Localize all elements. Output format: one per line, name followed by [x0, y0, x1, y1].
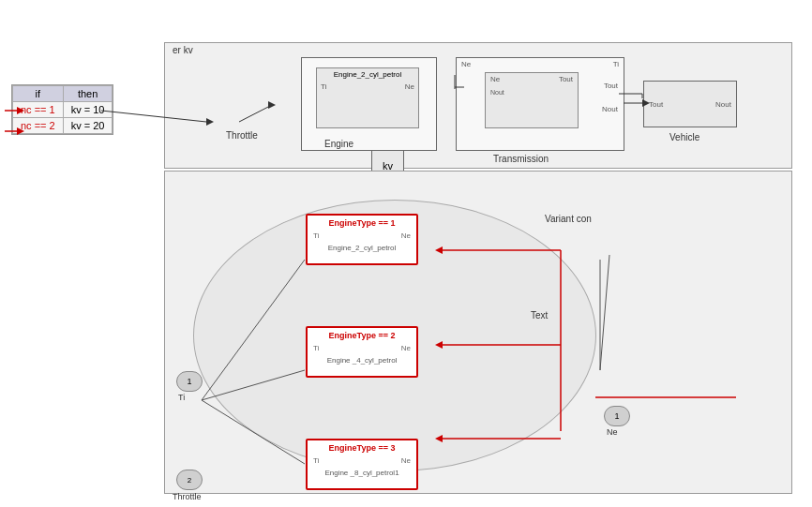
variant-block-3[interactable]: EngineType == 3 Ti Ne Engine _8_cyl_petr… — [306, 439, 418, 490]
transmission-inner: Ne Tout Nout — [485, 72, 579, 128]
vb1-ti: Ti — [313, 231, 319, 240]
port-throttle-label: Throttle — [173, 492, 202, 501]
trans-inner-ne: Ne — [490, 75, 500, 83]
vehicle-nout-out: Nout — [715, 100, 731, 109]
vehicle-block[interactable]: Tout Nout — [643, 81, 737, 127]
vb3-ti: Ti — [313, 456, 319, 465]
variant-block-2-ports: Ti Ne — [308, 342, 416, 354]
variant-block-2-name: Engine _4_cyl_petrol — [308, 356, 416, 365]
engine-ti-port: Ti — [321, 82, 326, 91]
port-ti: 1 — [176, 371, 203, 392]
tout-right: Tout — [604, 82, 618, 90]
variant-block-3-name: Engine _8_cyl_petrol1 — [308, 469, 416, 477]
top-panel: er kv kv Throttle Engine_2_cyl_petrol Ti… — [164, 42, 792, 169]
trans-ne-in: Ne — [461, 60, 471, 68]
row1-col1: nc == 1 — [13, 102, 64, 118]
variant-block-2[interactable]: EngineType == 2 Ti Ne Engine _4_cyl_petr… — [306, 326, 418, 378]
engine-sub-label: Engine_2_cyl_petrol — [317, 70, 418, 79]
vb2-ti: Ti — [313, 344, 319, 352]
vehicle-tout-in: Tout — [649, 100, 663, 109]
row2-col1: nc == 2 — [13, 118, 64, 134]
main-container: if then nc == 1 kv = 10 nc == 2 kv = 20 … — [0, 0, 812, 507]
nout-right-label: Nout — [602, 105, 618, 113]
vb3-ne: Ne — [401, 456, 411, 465]
variant-block-1[interactable]: EngineType == 1 Ti Ne Engine_2_cyl_petro… — [306, 214, 418, 265]
port-ti-label: Ti — [178, 393, 185, 402]
top-panel-label: er kv — [173, 45, 193, 55]
engine-sub-block: Engine_2_cyl_petrol Ti Ne — [316, 67, 419, 128]
variant-block-1-name: Engine_2_cyl_petrol — [308, 244, 416, 252]
bottom-panel: 1 Ti 2 Throttle 1 Ne Variant con Text En… — [164, 171, 792, 494]
variant-block-1-label: EngineType == 1 — [308, 218, 416, 228]
trans-nout-in: Nout — [490, 89, 504, 96]
lookup-table: if then nc == 1 kv = 10 nc == 2 kv = 20 — [11, 84, 113, 135]
port-ne: 1 — [604, 406, 630, 426]
transmission-label: Transmission — [493, 154, 549, 164]
row2-col2: kv = 20 — [63, 118, 113, 134]
engine-label: Engine — [324, 139, 353, 149]
variant-block-2-label: EngineType == 2 — [308, 331, 416, 340]
variant-block-3-ports: Ti Ne — [308, 455, 416, 467]
transmission-block[interactable]: Ne Ti Ne Tout Nout Tout Nout — [456, 57, 624, 151]
engine-block[interactable]: Engine_2_cyl_petrol Ti Ne — [301, 57, 437, 151]
variant-block-1-ports: Ti Ne — [308, 230, 416, 242]
col-if-header: if — [13, 86, 64, 102]
vehicle-label: Vehicle — [669, 132, 699, 142]
port-ne-label: Ne — [607, 427, 618, 437]
trans-ti-out: Ti — [613, 60, 619, 68]
throttle-label: Throttle — [226, 130, 258, 141]
text-port-label: Text — [531, 310, 548, 321]
vb2-ne: Ne — [401, 344, 411, 352]
trans-inner-tout: Tout — [559, 75, 573, 83]
transmission-ports: Ne Tout — [486, 73, 578, 85]
variant-con-label: Variant con — [545, 214, 592, 224]
vb1-ne: Ne — [401, 231, 411, 240]
port-throttle: 2 — [176, 470, 203, 490]
variant-block-3-label: EngineType == 3 — [308, 443, 416, 453]
row1-col2: kv = 10 — [63, 102, 113, 118]
vehicle-ports: Tout Nout — [644, 100, 736, 109]
engine-ne-port: Ne — [405, 82, 414, 91]
col-then-header: then — [63, 86, 113, 102]
engine-sub-ports: Ti Ne — [317, 81, 418, 93]
